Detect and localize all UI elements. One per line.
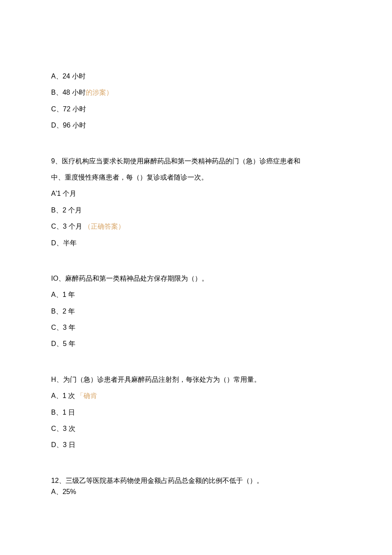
option-b: B、2 个月 bbox=[51, 202, 341, 218]
option-c: C、3 个月 （正确答案） bbox=[51, 218, 341, 235]
option-a: A、1 年 bbox=[51, 287, 341, 303]
option-a-annotation: 「确肯 bbox=[77, 392, 97, 399]
option-b-text: B、48 小时 bbox=[51, 89, 86, 96]
option-b: B、2 年 bbox=[51, 303, 341, 320]
option-b-annotation: 的涉案） bbox=[86, 89, 113, 96]
option-d: D、3 日 bbox=[51, 437, 341, 453]
question-11: H、为门（急）诊患者开具麻醉药品注射剂，每张处方为（）常用量。 A、1 次 「确… bbox=[51, 372, 341, 453]
option-d: D、96 小时 bbox=[51, 117, 341, 134]
question-9: 9、医疗机构应当要求长期使用麻醉药品和第一类精神药品的门（急）诊癌症患者和 中、… bbox=[51, 153, 341, 251]
option-a: A、24 小时 bbox=[51, 68, 341, 84]
option-b: B、1 日 bbox=[51, 404, 341, 421]
document-page: A、24 小时 B、48 小时的涉案） C、72 小时 D、96 小时 9、医疗… bbox=[0, 0, 392, 554]
option-c: C、72 小时 bbox=[51, 101, 341, 117]
question-stem: H、为门（急）诊患者开具麻醉药品注射剂，每张处方为（）常用量。 bbox=[51, 372, 341, 388]
option-d: D、半年 bbox=[51, 235, 341, 251]
option-c-text: C、3 个月 bbox=[51, 223, 82, 230]
question-stem: IO、麻醉药品和第一类精神品处方保存期限为（）。 bbox=[51, 270, 341, 287]
question-12: 12、三级乙等医院基本药物使用金额占药品总金额的比例不低于（）。 A、25% bbox=[51, 473, 341, 500]
question-8-options: A、24 小时 B、48 小时的涉案） C、72 小时 D、96 小时 bbox=[51, 68, 341, 134]
option-c: C、3 次 bbox=[51, 421, 341, 437]
question-stem-line1: 9、医疗机构应当要求长期使用麻醉药品和第一类精神药品的门（急）诊癌症患者和 bbox=[51, 153, 341, 169]
option-a-text: A、1 次 bbox=[51, 392, 75, 399]
correct-answer-annotation: （正确答案） bbox=[84, 223, 125, 230]
question-stem-line2: 中、重度慢性疼痛患者，每（）复诊或者随诊一次。 bbox=[51, 169, 341, 186]
option-c: C、3 年 bbox=[51, 320, 341, 336]
option-d: D、5 年 bbox=[51, 336, 341, 352]
option-a: A、1 次 「确肯 bbox=[51, 388, 341, 404]
option-a: A'1 个月 bbox=[51, 186, 341, 202]
question-10: IO、麻醉药品和第一类精神品处方保存期限为（）。 A、1 年 B、2 年 C、3… bbox=[51, 270, 341, 352]
option-b: B、48 小时的涉案） bbox=[51, 84, 341, 101]
